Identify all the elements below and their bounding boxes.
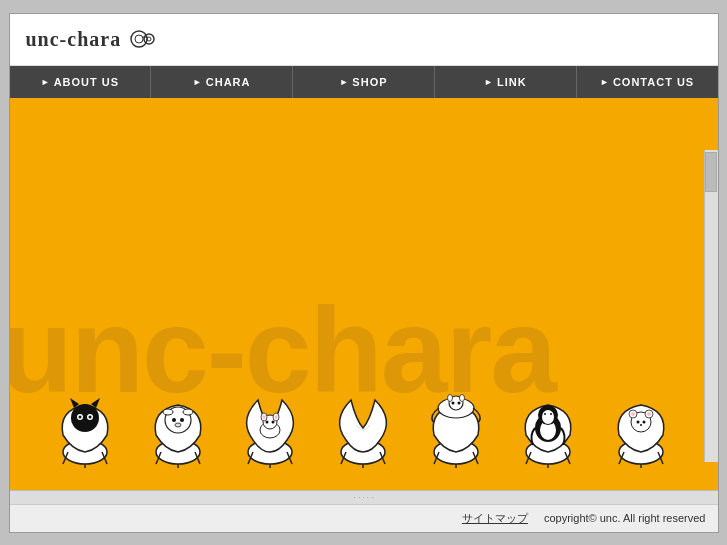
nav-label-shop: SHOP bbox=[352, 76, 387, 88]
nav-label-about: ABOUT US bbox=[54, 76, 119, 88]
svg-point-59 bbox=[542, 410, 554, 424]
sitemap-link[interactable]: サイトマップ bbox=[462, 511, 528, 526]
svg-point-2 bbox=[144, 34, 154, 44]
character-7 bbox=[604, 380, 679, 470]
character-3 bbox=[233, 380, 308, 470]
header: unc-chara bbox=[10, 14, 718, 66]
nav-arrow-chara: ► bbox=[193, 77, 203, 87]
svg-point-25 bbox=[175, 423, 181, 427]
footer: サイトマップ copyright© unc. All right reserve… bbox=[10, 504, 718, 532]
svg-point-22 bbox=[183, 409, 193, 415]
character-6 bbox=[511, 380, 586, 470]
svg-point-9 bbox=[71, 404, 99, 432]
svg-point-36 bbox=[266, 420, 269, 423]
svg-point-49 bbox=[459, 394, 464, 401]
logo-icon bbox=[129, 28, 157, 50]
character-2 bbox=[141, 380, 216, 470]
nav-item-about-us[interactable]: ► ABOUT US bbox=[10, 66, 152, 98]
nav-arrow-link: ► bbox=[484, 77, 494, 87]
nav-item-chara[interactable]: ► CHARA bbox=[151, 66, 293, 98]
svg-point-34 bbox=[263, 415, 266, 419]
nav-arrow-about: ► bbox=[41, 77, 51, 87]
nav-label-link: LINK bbox=[497, 76, 527, 88]
character-4 bbox=[326, 380, 401, 470]
browser-window: unc-chara ► ABOUT US ► CHARA ► SHOP bbox=[9, 13, 719, 533]
svg-point-24 bbox=[180, 418, 184, 422]
svg-point-23 bbox=[172, 418, 176, 422]
svg-point-1 bbox=[135, 35, 143, 43]
svg-point-48 bbox=[447, 394, 452, 401]
svg-point-74 bbox=[642, 420, 645, 423]
nav-label-chara: CHARA bbox=[206, 76, 251, 88]
svg-point-37 bbox=[272, 420, 275, 423]
svg-point-75 bbox=[640, 424, 642, 426]
nav-item-shop[interactable]: ► SHOP bbox=[293, 66, 435, 98]
svg-point-51 bbox=[457, 401, 460, 404]
svg-point-50 bbox=[451, 401, 454, 404]
nav-arrow-shop: ► bbox=[339, 77, 349, 87]
svg-point-71 bbox=[631, 412, 635, 416]
nav-label-contact: CONTACT US bbox=[613, 76, 694, 88]
nav-bar: ► ABOUT US ► CHARA ► SHOP ► LINK ► CONTA… bbox=[10, 66, 718, 98]
main-content: unc-chara bbox=[10, 98, 718, 490]
copyright-text: copyright© unc. All right reserved bbox=[544, 512, 706, 524]
characters-row bbox=[10, 380, 718, 470]
nav-arrow-contact: ► bbox=[600, 77, 610, 87]
scroll-dots: · · · · · bbox=[353, 493, 373, 502]
svg-point-14 bbox=[79, 415, 82, 418]
character-5 bbox=[419, 380, 494, 470]
logo-text: unc-chara bbox=[26, 28, 122, 51]
nav-item-link[interactable]: ► LINK bbox=[435, 66, 577, 98]
svg-point-15 bbox=[89, 415, 92, 418]
svg-point-73 bbox=[636, 420, 639, 423]
svg-point-62 bbox=[544, 413, 546, 415]
horizontal-scrollbar[interactable]: · · · · · bbox=[10, 490, 718, 504]
svg-point-63 bbox=[550, 413, 552, 415]
scrollbar-thumb[interactable] bbox=[705, 152, 717, 192]
character-1 bbox=[48, 380, 123, 470]
svg-point-21 bbox=[163, 409, 173, 415]
nav-item-contact[interactable]: ► CONTACT US bbox=[577, 66, 718, 98]
scrollbar-right[interactable] bbox=[704, 150, 718, 462]
svg-point-35 bbox=[275, 415, 278, 419]
svg-point-72 bbox=[647, 412, 651, 416]
